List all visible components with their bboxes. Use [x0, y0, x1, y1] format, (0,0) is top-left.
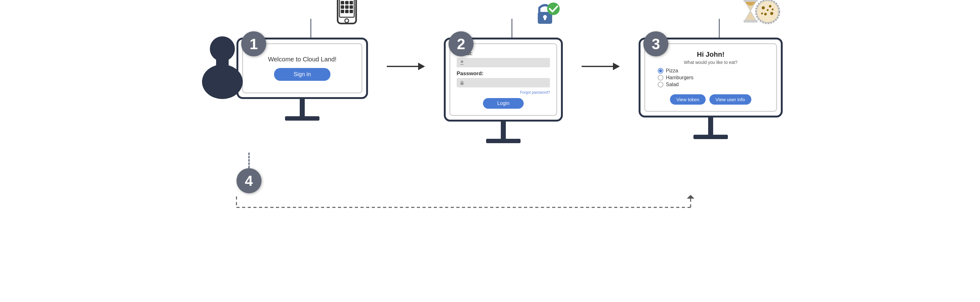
- svg-point-33: [772, 8, 773, 10]
- login-button[interactable]: Login: [483, 98, 524, 109]
- signin-button[interactable]: Sign in: [274, 68, 331, 81]
- svg-rect-11: [341, 5, 344, 9]
- view-user-info-button[interactable]: View user info: [710, 94, 751, 105]
- svg-point-0: [210, 37, 235, 61]
- phone-icon: [335, 0, 359, 31]
- food-options: Pizza Hamburgers Salad: [651, 68, 770, 87]
- arrow-2-3: [582, 63, 620, 70]
- svg-rect-14: [341, 10, 344, 13]
- svg-point-30: [770, 12, 773, 15]
- option-hamburgers[interactable]: Hamburgers: [658, 75, 770, 81]
- step2-number: 2: [449, 31, 474, 56]
- arrow-head-1: [418, 63, 425, 70]
- radio-hamburgers[interactable]: [658, 75, 663, 81]
- step1-connector: [310, 19, 311, 38]
- feedback-loop-area: 4: [114, 149, 866, 212]
- radio-pizza[interactable]: [658, 68, 663, 74]
- welcome-text: Welcome to Cloud Land!: [268, 56, 337, 63]
- svg-rect-13: [350, 5, 353, 9]
- svg-rect-16: [350, 10, 353, 13]
- svg-rect-9: [345, 1, 348, 5]
- step2-connector: [511, 19, 512, 38]
- monitor3-screen: Hi John! What would you like to eat? Piz…: [644, 43, 777, 112]
- monitor3-stand: [708, 118, 713, 135]
- svg-rect-12: [345, 5, 348, 9]
- password-label: Password:: [457, 70, 484, 77]
- diagram-container: 1: [0, 0, 980, 302]
- step1-box: 1: [237, 19, 368, 121]
- step4-wrapper: 4: [237, 153, 261, 193]
- svg-point-31: [767, 9, 768, 11]
- password-input-display: [457, 78, 550, 87]
- arrow-head-2: [613, 63, 620, 70]
- step3-box: 3: [639, 19, 783, 139]
- svg-rect-15: [345, 10, 348, 13]
- question-text: What would you like to eat?: [651, 60, 770, 65]
- monitor1-stand: [300, 99, 305, 116]
- svg-point-29: [764, 13, 767, 15]
- greeting-text: Hi John!: [651, 51, 770, 59]
- option-salad[interactable]: Salad: [658, 82, 770, 87]
- view-token-button[interactable]: View token: [670, 94, 705, 105]
- step2-box: 2: [444, 19, 563, 143]
- step4-number: 4: [237, 168, 261, 193]
- svg-point-17: [345, 19, 348, 22]
- monitor3-base: [694, 135, 728, 139]
- svg-point-1: [202, 65, 243, 99]
- monitor2-stand: [501, 122, 506, 139]
- action-buttons: View token View user info: [651, 94, 770, 105]
- svg-marker-39: [687, 195, 694, 199]
- forgot-password-link[interactable]: Forgot password?: [457, 89, 550, 95]
- step1-number: 1: [241, 31, 266, 56]
- arrow-1-2: [387, 63, 425, 70]
- svg-point-23: [461, 60, 463, 63]
- lock-check-icon: [533, 0, 561, 29]
- svg-rect-2: [216, 59, 229, 68]
- feedback-arrow-svg: [208, 195, 710, 220]
- step3-connector: [719, 19, 720, 38]
- step4-top-line: [248, 153, 250, 168]
- option-pizza[interactable]: Pizza: [658, 68, 770, 74]
- radio-salad[interactable]: [658, 82, 663, 87]
- svg-point-32: [761, 13, 763, 14]
- monitor1-base: [285, 116, 320, 121]
- user-silhouette: [197, 32, 247, 102]
- email-input-display: [457, 58, 550, 67]
- hourglass-icon: [742, 0, 759, 25]
- arrow-line-1: [387, 66, 418, 67]
- arrow-line-2: [582, 66, 613, 67]
- monitor2-base: [486, 139, 520, 143]
- svg-rect-24: [460, 83, 463, 85]
- svg-point-28: [769, 5, 772, 8]
- svg-point-26: [757, 1, 779, 22]
- svg-point-27: [762, 6, 765, 10]
- svg-rect-35: [743, 20, 757, 22]
- main-content: 1: [197, 19, 783, 143]
- svg-rect-8: [341, 1, 344, 5]
- svg-rect-10: [350, 1, 353, 5]
- svg-rect-21: [544, 17, 546, 20]
- step3-number: 3: [643, 31, 668, 56]
